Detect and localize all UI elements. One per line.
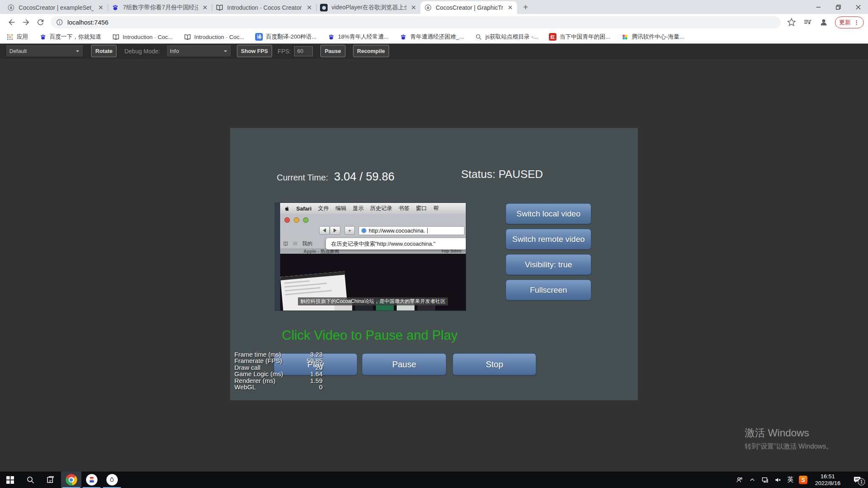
- device-select[interactable]: Default: [6, 45, 83, 57]
- search-pen-icon: [475, 33, 482, 41]
- show-fps-button[interactable]: Show FPS: [237, 45, 273, 57]
- browser-tab-2[interactable]: 7组数字带你看7月份中国经济_百 ✕: [108, 1, 212, 14]
- tab-close-icon[interactable]: ✕: [201, 4, 209, 11]
- browser-tab-1[interactable]: CocosCreator | exampleSet_24 ✕: [3, 1, 108, 14]
- tab-close-icon[interactable]: ✕: [410, 4, 417, 11]
- hint-text: Click Video to Pause and Play: [282, 328, 458, 343]
- windows-activation-watermark: 激活 Windows 转到“设置”以激活 Windows。: [745, 426, 833, 451]
- grid-icon: [292, 241, 298, 247]
- cocos-favicon-icon: [7, 3, 15, 12]
- bookmark-item[interactable]: js获取站点根目录 -...: [475, 33, 538, 41]
- globe-icon: [361, 228, 367, 233]
- video-content-area: 触控科技旗下的CocoaChina论坛，是中国最大的苹果开发者社区: [280, 254, 466, 311]
- volume-muted-icon[interactable]: [771, 471, 784, 488]
- apple-logo-icon: [284, 206, 290, 211]
- info-icon[interactable]: [56, 19, 63, 26]
- bookmark-item[interactable]: 18%青年人经常遭...: [327, 33, 388, 41]
- reload-icon[interactable]: [33, 15, 47, 30]
- stop-button[interactable]: Stop: [453, 353, 536, 375]
- back-icon[interactable]: [4, 15, 19, 30]
- ime-indicator[interactable]: 英: [784, 471, 797, 488]
- recompile-button[interactable]: Recompile: [353, 45, 389, 57]
- safari-url-field: http://www.cocoachina.: [359, 226, 465, 235]
- tab-title: videoPlayer在谷歌浏览器上全屏: [331, 4, 406, 11]
- restore-button[interactable]: [828, 0, 848, 14]
- system-tray: 英 S 16:51 2022/8/16 1: [733, 471, 868, 488]
- book-favicon-icon: [215, 3, 224, 12]
- bookmark-item[interactable]: Introduction · Coc...: [112, 33, 173, 41]
- taskbar-cocos-button[interactable]: [102, 471, 122, 488]
- status-label: Status: PAUSED: [461, 168, 543, 181]
- taskbar-search-button[interactable]: [20, 471, 41, 488]
- browser-tab-4[interactable]: videoPlayer在谷歌浏览器上全屏 ✕: [316, 1, 420, 14]
- network-icon[interactable]: [759, 471, 771, 488]
- bookmark-item[interactable]: 译 百度翻译-200种语...: [255, 33, 316, 41]
- video-letterbox: [275, 203, 280, 311]
- apps-label: 应用: [17, 33, 28, 41]
- start-button[interactable]: [0, 471, 20, 488]
- task-view-button[interactable]: [41, 471, 61, 488]
- browser-tab-3[interactable]: Introduction · Cocos Creator ✕: [212, 1, 316, 14]
- browser-tab-active[interactable]: CocosCreator | GraphicTriangle ✕: [420, 1, 517, 14]
- video-subtitle: 触控科技旗下的CocoaChina论坛，是中国最大的苹果开发者社区: [298, 297, 448, 305]
- close-window-button[interactable]: [848, 0, 868, 14]
- apps-shortcut[interactable]: 应用: [6, 33, 28, 41]
- bookmark-item[interactable]: 青年遭遇经济困难_...: [400, 33, 464, 41]
- open-book-icon: [283, 241, 289, 247]
- address-bar[interactable]: localhost:7456: [51, 16, 781, 28]
- pause-button[interactable]: Pause: [320, 45, 345, 57]
- taskbar-chrome-button[interactable]: [61, 471, 81, 488]
- bookmark-item[interactable]: 腾讯软件中心-海量...: [621, 33, 684, 41]
- baidu-icon: [39, 33, 47, 41]
- tray-expand-icon[interactable]: [746, 471, 759, 488]
- bookmark-item[interactable]: 百度一下，你就知道: [39, 33, 101, 41]
- game-canvas: Current Time: 3.04 / 59.86 Status: PAUSE…: [230, 128, 638, 400]
- screen: CocosCreator | exampleSet_24 ✕ 7组数字带你看7月…: [0, 0, 868, 488]
- chrome-update-button[interactable]: 更新: [835, 17, 864, 28]
- book-icon: [184, 33, 191, 41]
- window-controls: [808, 0, 868, 14]
- profiler-stats: Frame time (ms)3.23 Framerate (FPS)59.85…: [234, 351, 323, 390]
- baidu-favicon-icon: [111, 3, 120, 12]
- switch-local-video-button[interactable]: Switch local video: [506, 203, 591, 224]
- tencent-pinwheel-icon: [621, 33, 629, 41]
- forward-icon[interactable]: [19, 15, 33, 30]
- tab-close-icon[interactable]: ✕: [506, 4, 514, 11]
- chevron-down-icon: [223, 49, 228, 53]
- apps-grid-icon: [6, 33, 14, 41]
- people-icon[interactable]: [733, 471, 746, 488]
- current-time-value: 3.04 / 59.86: [334, 170, 395, 183]
- pause-playback-button[interactable]: Pause: [362, 353, 446, 375]
- fullscreen-button[interactable]: Fullscreen: [506, 280, 591, 300]
- bookmark-star-icon[interactable]: [784, 15, 798, 30]
- clock-date: 2022/8/16: [810, 480, 846, 487]
- tab-close-icon[interactable]: ✕: [97, 4, 104, 11]
- menu-dots-icon[interactable]: [854, 19, 860, 25]
- url-text[interactable]: localhost:7456: [67, 19, 108, 26]
- fps-input[interactable]: [294, 46, 313, 56]
- debug-mode-select[interactable]: Info: [166, 45, 231, 57]
- bookmark-item[interactable]: 红 当下中国青年的困...: [549, 33, 610, 41]
- profile-avatar-icon[interactable]: [816, 15, 831, 30]
- clock-time: 16:51: [810, 473, 846, 480]
- sogou-icon[interactable]: S: [797, 471, 810, 488]
- tab-title: 7组数字带你看7月份中国经济_百: [123, 4, 198, 11]
- action-center-button[interactable]: 1: [846, 471, 868, 488]
- baidu-icon: [327, 33, 335, 41]
- mac-close-icon: [284, 217, 290, 223]
- video-player[interactable]: Safari 文件 编辑 显示 历史记录 书签 窗口 帮 +: [275, 203, 466, 311]
- rotate-button[interactable]: Rotate: [91, 45, 117, 57]
- safari-history-suggestion: 在历史记录中搜索"http://www.cocoachina.": [326, 238, 466, 250]
- media-controls-icon[interactable]: [800, 15, 815, 30]
- bookmark-item[interactable]: Introduction · Coc...: [184, 33, 244, 41]
- minimize-button[interactable]: [808, 0, 828, 14]
- switch-remote-video-button[interactable]: Switch remote video: [506, 229, 591, 250]
- new-tab-button[interactable]: +: [520, 1, 531, 13]
- visibility-button[interactable]: Visibility: true: [506, 254, 591, 275]
- windows-taskbar: 英 S 16:51 2022/8/16 1: [0, 471, 868, 488]
- safari-nav-row: + http://www.cocoachina.: [280, 226, 466, 236]
- current-time-label: Current Time:: [277, 173, 328, 183]
- taskbar-clock[interactable]: 16:51 2022/8/16: [810, 473, 846, 487]
- tab-close-icon[interactable]: ✕: [306, 4, 313, 11]
- taskbar-app-button[interactable]: [81, 471, 102, 488]
